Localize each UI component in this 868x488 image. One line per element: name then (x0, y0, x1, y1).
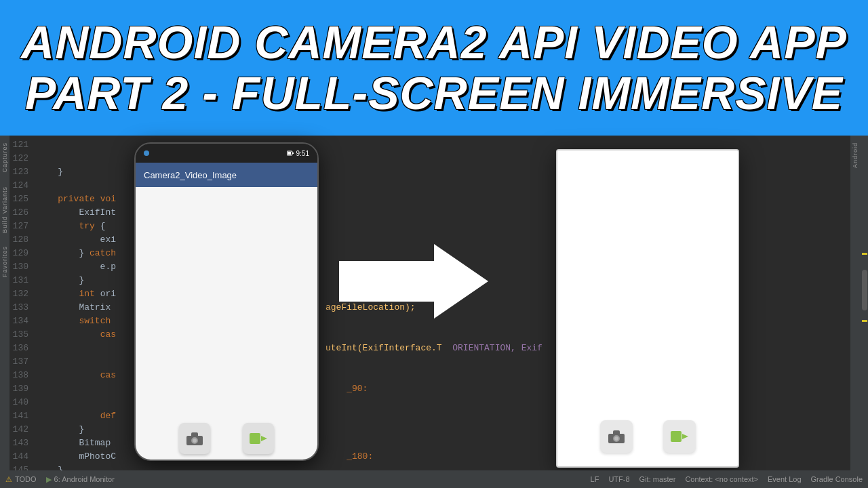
phone-gap (136, 460, 317, 461)
monitor-label: 6: Android Monitor (54, 475, 115, 483)
phone-screen (136, 187, 317, 418)
scroll-mark-2 (862, 320, 867, 322)
phone-time: 9:51 (296, 150, 309, 157)
scroll-mark-1 (862, 253, 867, 255)
phone-right-camera-buttons (557, 415, 738, 458)
video-icon-right (671, 430, 688, 443)
svg-rect-5 (191, 432, 198, 437)
camera-icon (186, 431, 203, 446)
svg-marker-9 (261, 436, 267, 441)
photo-button-right[interactable] (600, 420, 633, 453)
build-label: Build Variants (1, 186, 8, 233)
terminal-icon: ▶ (46, 475, 52, 484)
svg-rect-3 (288, 152, 291, 155)
video-button-right[interactable] (663, 420, 696, 453)
svg-rect-12 (613, 430, 620, 435)
todo-status[interactable]: ⚠ TODO (5, 475, 37, 484)
phone-right-mockup (556, 149, 739, 468)
svg-rect-15 (671, 431, 682, 442)
context-status: Context: <no context> (685, 475, 758, 483)
left-sidebar: Captures Build Variants Favorites (0, 136, 9, 488)
encoding-status[interactable]: UTF-8 (608, 475, 629, 483)
phone-icons: 9:51 (287, 150, 309, 157)
svg-point-0 (144, 150, 149, 156)
gradle-console-status[interactable]: Gradle Console (811, 475, 863, 483)
svg-rect-8 (250, 433, 260, 444)
phone-left-mockup: 9:51 Camera2_Video_Image ← (134, 142, 319, 461)
code-right-line5: _180: (326, 450, 542, 464)
svg-point-14 (614, 436, 618, 441)
photo-button[interactable] (179, 423, 210, 454)
status-right-group: LF UTF-8 Git: master Context: <no contex… (591, 475, 863, 483)
git-status[interactable]: Git: master (639, 475, 676, 483)
phone-app-name: Camera2_Video_Image (144, 170, 237, 180)
captures-label: Captures (1, 142, 8, 173)
event-log-status[interactable]: Event Log (768, 475, 802, 483)
phone-right-screen (557, 150, 738, 426)
video-icon (250, 432, 267, 445)
camera-icon-right (608, 429, 625, 444)
android-monitor-status[interactable]: ▶ 6: Android Monitor (46, 475, 115, 484)
phone-status-bar: 9:51 (136, 144, 317, 163)
svg-rect-2 (292, 152, 294, 154)
warning-icon: ⚠ (5, 475, 12, 484)
code-right-line3: _90: (326, 382, 542, 396)
ide-status-bar: ⚠ TODO ▶ 6: Android Monitor LF UTF-8 Git… (0, 470, 868, 488)
vertical-scrollbar[interactable] (860, 136, 868, 470)
banner: ANDROID CAMERA2 API VIDEO APP PART 2 - F… (0, 0, 868, 136)
video-button[interactable] (243, 423, 274, 454)
phone-title-bar: Camera2_Video_Image (136, 163, 317, 187)
code-right-line2: uteInt(ExifInterface.T ORIENTATION, Exif (326, 342, 542, 355)
favorites-label: Favorites (1, 246, 8, 277)
banner-line1: ANDROID CAMERA2 API VIDEO APP (21, 17, 847, 68)
arrow-svg (339, 237, 488, 325)
todo-label: TODO (15, 475, 37, 483)
svg-marker-10 (339, 244, 488, 319)
android-label: Android (852, 142, 859, 168)
phone-camera-buttons (136, 418, 317, 460)
svg-point-7 (193, 439, 197, 443)
scrollbar-thumb[interactable] (862, 270, 867, 310)
lf-status[interactable]: LF (591, 475, 599, 483)
transition-arrow (339, 237, 488, 325)
right-sidebar: Android (850, 136, 860, 470)
banner-line2: PART 2 - FULL-SCREEN IMMERSIVE (25, 68, 843, 119)
battery-icon (287, 150, 294, 156)
svg-marker-16 (682, 434, 688, 439)
phone-dot (144, 150, 149, 157)
